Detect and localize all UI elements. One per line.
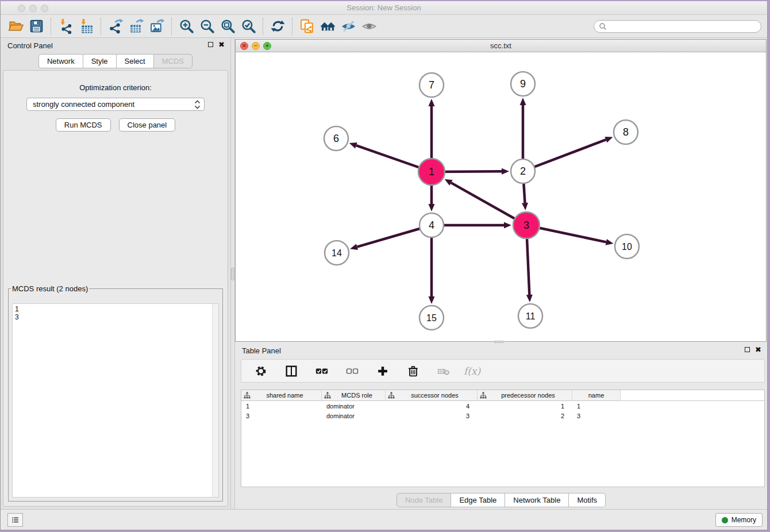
tab-network[interactable]: Network [38,54,83,68]
first-neighbors-button[interactable] [317,17,338,36]
network-window-titlebar[interactable]: ✕ − + scc.txt [236,40,766,52]
table-row[interactable]: 1dominator411 [241,401,764,411]
edge-arrowhead [349,142,357,148]
node-label: 4 [429,219,434,231]
task-history-button[interactable] [7,513,23,527]
cell-name[interactable]: 1 [572,401,621,411]
column-header-shared-name[interactable]: shared name [241,390,322,400]
cell-shared-name[interactable]: 3 [241,411,322,421]
import-network-button[interactable] [55,17,76,36]
cell-successor-nodes[interactable]: 4 [386,401,478,411]
refresh-icon [270,18,286,34]
graph-node-6[interactable]: 6 [324,126,348,151]
toolbar-separator [171,18,172,35]
refresh-layout-button[interactable] [267,17,288,36]
show-all-button[interactable] [359,17,379,36]
function-builder-button[interactable]: f(x) [464,365,480,377]
cell-predecessor-nodes[interactable]: 2 [478,411,572,421]
column-header-mcds-role[interactable]: MCDS role [322,390,386,400]
delete-table-button[interactable] [433,362,454,380]
node-label: 10 [622,242,632,252]
float-panel-icon[interactable] [208,42,213,47]
graph-node-8[interactable]: 8 [614,120,638,144]
network-canvas[interactable]: 1234678910111415 [236,52,766,341]
export-network-button[interactable] [105,17,126,36]
graph-node-1[interactable]: 1 [418,159,445,185]
result-scrollbar[interactable] [212,304,218,497]
trash-icon [406,364,420,378]
delete-row-button[interactable] [403,362,424,380]
zoom-out-icon [199,18,215,34]
float-table-panel-icon[interactable] [745,347,750,352]
toolbar-separator [292,18,292,35]
hide-selected-button[interactable] [338,17,359,36]
criterion-dropdown[interactable]: strongly connected component [26,98,205,111]
tab-node-table[interactable]: Node Table [396,493,452,507]
node-label: 2 [520,165,526,177]
edge-arrowhead [429,204,435,211]
column-settings-button[interactable] [251,362,271,380]
memory-button[interactable]: Memory [715,513,763,527]
table-panel-title: Table Panel [242,346,281,355]
zoom-fit-button[interactable] [217,17,238,36]
close-table-panel-icon[interactable]: ✖ [755,346,761,353]
copy-network-button[interactable] [297,17,317,36]
cell-mcds-role[interactable]: dominator [322,411,386,421]
column-header-predecessor-nodes[interactable]: predecessor nodes [478,390,572,400]
splitter-grip[interactable] [231,268,234,280]
eye-slash-icon [341,18,356,34]
cell-name[interactable]: 3 [572,411,621,421]
graph-node-15[interactable]: 15 [419,306,444,330]
cell-mcds-role[interactable]: dominator [322,401,386,411]
network-graph[interactable]: 1234678910111415 [236,52,766,342]
graph-node-9[interactable]: 9 [511,72,535,96]
search-input[interactable] [607,22,756,31]
toolbar-separator [263,18,263,35]
cell-successor-nodes[interactable]: 3 [386,411,478,421]
column-view-button[interactable] [281,362,302,380]
column-header-name[interactable]: name [572,390,621,400]
run-mcds-button[interactable]: Run MCDS [56,118,111,132]
graph-node-3[interactable]: 3 [513,212,540,238]
graph-node-4[interactable]: 4 [419,213,444,237]
zoom-in-button[interactable] [176,17,197,36]
edge-arrowhead [606,239,614,245]
status-bar: Memory [1,509,767,530]
tab-motifs[interactable]: Motifs [569,493,606,507]
deselect-all-button[interactable] [342,362,363,380]
zoom-out-button[interactable] [197,17,217,36]
graph-node-7[interactable]: 7 [419,73,444,97]
graph-node-14[interactable]: 14 [325,241,349,265]
cell-predecessor-nodes[interactable]: 1 [478,401,572,411]
edge-arrowhead [429,99,435,106]
column-header-successor-nodes[interactable]: successor nodes [386,390,478,400]
node-table[interactable]: shared nameMCDS rolesuccessor nodesprede… [241,390,765,487]
node-label: 7 [429,79,434,91]
vertical-splitter[interactable] [230,38,235,509]
search-field[interactable] [594,20,761,33]
graph-node-11[interactable]: 11 [518,304,542,328]
table-row[interactable]: 3dominator323 [241,411,764,421]
export-image-button[interactable] [147,17,167,36]
graph-node-10[interactable]: 10 [615,234,639,259]
open-session-button[interactable] [5,17,26,36]
tab-network-table[interactable]: Network Table [505,493,569,507]
tab-select[interactable]: Select [117,54,154,68]
column-type-icon [324,392,331,399]
edge-2-8[interactable] [523,140,606,171]
tab-style[interactable]: Style [83,54,117,68]
select-all-button[interactable] [311,362,332,380]
tab-mcds[interactable]: MCDS [154,54,192,68]
add-row-button[interactable] [372,362,393,380]
import-table-button[interactable] [76,17,97,36]
tab-edge-table[interactable]: Edge Table [451,493,505,507]
unchecked-boxes-icon [345,364,359,378]
save-session-button[interactable] [26,17,47,36]
close-panel-icon[interactable]: ✖ [218,41,225,48]
close-panel-button[interactable]: Close panel [119,118,176,132]
cell-shared-name[interactable]: 1 [241,401,322,411]
export-table-button[interactable] [126,17,147,36]
graph-node-2[interactable]: 2 [511,159,535,183]
zoom-selected-button[interactable] [238,17,259,36]
toolbar-separator [101,18,101,35]
